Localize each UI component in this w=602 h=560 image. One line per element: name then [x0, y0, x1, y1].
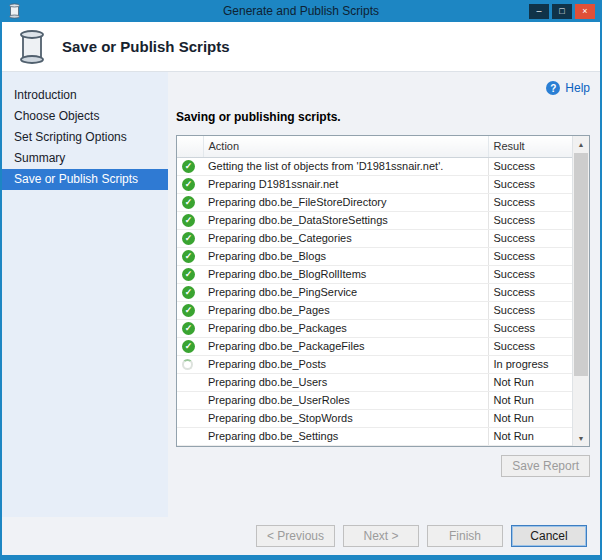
- success-check-icon: ✓: [182, 160, 195, 173]
- help-icon: ?: [546, 81, 560, 95]
- action-cell: Preparing dbo.be_UserRoles: [203, 391, 488, 409]
- status-text: Saving or publishing scripts.: [176, 110, 590, 124]
- sidebar-item-choose-objects[interactable]: Choose Objects: [2, 106, 168, 127]
- cancel-button[interactable]: Cancel: [511, 525, 587, 547]
- minimize-button[interactable]: –: [529, 4, 549, 19]
- result-cell: Success: [488, 211, 572, 229]
- table-row[interactable]: ✓Preparing dbo.be_PackageFilesSuccess: [177, 337, 572, 355]
- table-row[interactable]: ✓Preparing dbo.be_FileStoreDirectorySucc…: [177, 193, 572, 211]
- action-cell: Preparing dbo.be_Posts: [203, 355, 488, 373]
- action-cell: Preparing dbo.be_PackageFiles: [203, 337, 488, 355]
- scroll-down-icon[interactable]: ▼: [573, 430, 589, 446]
- result-cell: In progress: [488, 355, 572, 373]
- wizard-header: Save or Publish Scripts: [2, 22, 600, 72]
- status-cell: ✓: [177, 319, 203, 337]
- table-row[interactable]: Preparing dbo.be_UserRolesNot Run: [177, 391, 572, 409]
- action-cell: Preparing dbo.be_Categories: [203, 229, 488, 247]
- page-title: Save or Publish Scripts: [62, 38, 230, 55]
- result-cell: Success: [488, 283, 572, 301]
- window-controls: – □ ×: [529, 4, 595, 19]
- vertical-scrollbar[interactable]: ▲ ▼: [572, 136, 589, 446]
- sidebar-item-introduction[interactable]: Introduction: [2, 85, 168, 106]
- table-row[interactable]: Preparing dbo.be_PostsIn progress: [177, 355, 572, 373]
- success-check-icon: ✓: [182, 340, 195, 353]
- table-row[interactable]: ✓Preparing dbo.be_DataStoreSettingsSucce…: [177, 211, 572, 229]
- scripts-app-icon: [7, 3, 22, 19]
- success-check-icon: ✓: [182, 232, 195, 245]
- action-cell: Getting the list of objects from 'D1981s…: [203, 157, 488, 175]
- help-link[interactable]: ? Help: [546, 81, 590, 95]
- action-cell: Preparing dbo.be_PingService: [203, 283, 488, 301]
- close-button[interactable]: ×: [575, 4, 595, 19]
- result-cell: Not Run: [488, 409, 572, 427]
- action-cell: Preparing D1981ssnair.net: [203, 175, 488, 193]
- table-row[interactable]: ✓Preparing dbo.be_BlogRollItemsSuccess: [177, 265, 572, 283]
- action-cell: Preparing dbo.be_FileStoreDirectory: [203, 193, 488, 211]
- success-check-icon: ✓: [182, 304, 195, 317]
- result-cell: Success: [488, 301, 572, 319]
- status-cell: [177, 355, 203, 373]
- result-cell: Success: [488, 175, 572, 193]
- status-cell: ✓: [177, 157, 203, 175]
- action-cell: Preparing dbo.be_Packages: [203, 319, 488, 337]
- table-row[interactable]: ✓Preparing dbo.be_PackagesSuccess: [177, 319, 572, 337]
- in-progress-spinner-icon: [182, 359, 193, 370]
- save-report-button[interactable]: Save Report: [501, 455, 590, 477]
- help-label: Help: [565, 81, 590, 95]
- status-cell: ✓: [177, 265, 203, 283]
- footer-button-bar: < PreviousNext >FinishCancel: [2, 517, 600, 555]
- table-header-row: Action Result: [177, 136, 572, 157]
- status-cell: ✓: [177, 247, 203, 265]
- next-button[interactable]: Next >: [343, 525, 419, 547]
- result-cell: Success: [488, 193, 572, 211]
- action-cell: Preparing dbo.be_Users: [203, 373, 488, 391]
- result-column-header: Result: [488, 136, 572, 157]
- status-cell: ✓: [177, 283, 203, 301]
- status-cell: [177, 409, 203, 427]
- progress-table: Action Result ✓Getting the list of objec…: [177, 136, 572, 446]
- table-row[interactable]: Preparing dbo.be_SettingsNot Run: [177, 427, 572, 445]
- status-column-header: [177, 136, 203, 157]
- scrollbar-thumb[interactable]: [574, 153, 588, 376]
- result-cell: Success: [488, 247, 572, 265]
- wizard-window: Generate and Publish Scripts – □ × Save …: [0, 0, 602, 560]
- result-cell: Not Run: [488, 427, 572, 445]
- success-check-icon: ✓: [182, 250, 195, 263]
- success-check-icon: ✓: [182, 196, 195, 209]
- progress-table-container: Action Result ✓Getting the list of objec…: [176, 135, 590, 447]
- success-check-icon: ✓: [182, 322, 195, 335]
- sidebar-item-save-or-publish-scripts[interactable]: Save or Publish Scripts: [2, 169, 168, 190]
- window-title: Generate and Publish Scripts: [2, 4, 600, 18]
- action-cell: Preparing dbo.be_Blogs: [203, 247, 488, 265]
- scroll-up-icon[interactable]: ▲: [573, 136, 589, 152]
- status-cell: ✓: [177, 175, 203, 193]
- table-row[interactable]: ✓Preparing D1981ssnair.netSuccess: [177, 175, 572, 193]
- action-column-header: Action: [203, 136, 488, 157]
- status-cell: [177, 391, 203, 409]
- save-report-row: Save Report: [176, 455, 590, 477]
- success-check-icon: ✓: [182, 178, 195, 191]
- table-row[interactable]: Preparing dbo.be_UsersNot Run: [177, 373, 572, 391]
- action-cell: Preparing dbo.be_BlogRollItems: [203, 265, 488, 283]
- status-cell: ✓: [177, 193, 203, 211]
- table-row[interactable]: Preparing dbo.be_StopWordsNot Run: [177, 409, 572, 427]
- table-row[interactable]: ✓Preparing dbo.be_CategoriesSuccess: [177, 229, 572, 247]
- table-row[interactable]: ✓Preparing dbo.be_PagesSuccess: [177, 301, 572, 319]
- sidebar-item-summary[interactable]: Summary: [2, 148, 168, 169]
- result-cell: Success: [488, 157, 572, 175]
- table-row[interactable]: ✓Getting the list of objects from 'D1981…: [177, 157, 572, 175]
- titlebar[interactable]: Generate and Publish Scripts – □ ×: [2, 0, 600, 22]
- table-row[interactable]: ✓Preparing dbo.be_BlogsSuccess: [177, 247, 572, 265]
- finish-button[interactable]: Finish: [427, 525, 503, 547]
- sidebar-item-set-scripting-options[interactable]: Set Scripting Options: [2, 127, 168, 148]
- result-cell: Not Run: [488, 373, 572, 391]
- status-cell: ✓: [177, 301, 203, 319]
- help-row: ? Help: [176, 79, 590, 97]
- result-cell: Success: [488, 337, 572, 355]
- result-cell: Success: [488, 319, 572, 337]
- script-scroll-icon: [16, 28, 48, 66]
- result-cell: Success: [488, 265, 572, 283]
- table-row[interactable]: ✓Preparing dbo.be_PingServiceSuccess: [177, 283, 572, 301]
- previous-button[interactable]: < Previous: [256, 525, 335, 547]
- maximize-button[interactable]: □: [552, 4, 572, 19]
